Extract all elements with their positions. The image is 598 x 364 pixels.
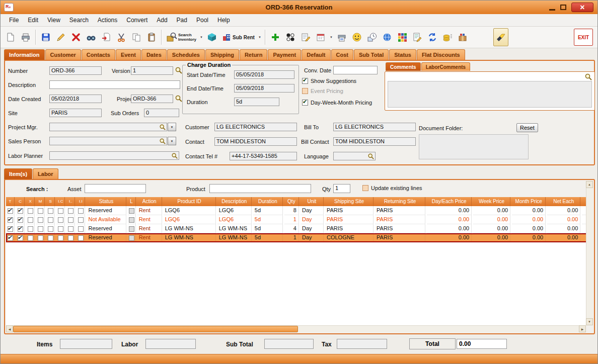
tab-return[interactable]: Return	[240, 49, 267, 60]
title-bar[interactable]: ORD-366 Reservation	[1, 1, 597, 14]
scroll-up-button[interactable]	[586, 181, 593, 188]
customer-service-button[interactable]	[349, 28, 364, 46]
m-checkbox-cell[interactable]	[36, 215, 45, 224]
save-button[interactable]	[38, 28, 53, 46]
bill-to-field[interactable]: LG ELECTRONICS	[333, 123, 416, 131]
version-field[interactable]: 1	[131, 66, 173, 75]
comments-search-icon[interactable]	[584, 73, 592, 81]
project-mgr-search-icon[interactable]	[159, 124, 166, 131]
tab-labor-comments[interactable]: LaborComments	[421, 62, 470, 71]
menu-search[interactable]: Search	[65, 15, 93, 25]
menu-convert[interactable]: Convert	[122, 15, 152, 25]
ic-checkbox-cell[interactable]	[56, 224, 65, 233]
product-search-input[interactable]	[209, 184, 311, 193]
tab-flat-discounts[interactable]: Flat Discounts	[417, 49, 465, 60]
bill-contact-field[interactable]: TOM HIDDLESTON	[333, 137, 416, 146]
column-header-qty[interactable]: Qty	[284, 197, 299, 206]
ii-checkbox-cell[interactable]	[77, 206, 85, 215]
tab-information[interactable]: Information	[4, 49, 45, 60]
horizontal-scrollbar[interactable]	[6, 325, 586, 332]
x-checkbox-cell[interactable]	[26, 224, 35, 233]
convert-button[interactable]	[99, 28, 114, 46]
table-row-selected[interactable]: Reserved Rent LG WM-NS LG WM-NS 5d 1 Day…	[6, 233, 586, 242]
column-header-shipping-site[interactable]: Shipping Site	[325, 197, 373, 206]
column-header-description[interactable]: Description	[217, 197, 252, 206]
vertical-scrollbar[interactable]	[586, 181, 593, 325]
column-header-status[interactable]: Status	[87, 197, 126, 206]
exit-button[interactable]: EXIT	[574, 29, 593, 46]
rates-button[interactable]	[440, 28, 455, 46]
event-pricing-checkbox[interactable]: Event Pricing	[302, 88, 343, 94]
print-list-button[interactable]	[334, 28, 349, 46]
tab-sub-total[interactable]: Sub Total	[354, 49, 389, 60]
column-header[interactable]: I.I	[77, 197, 85, 206]
language-field[interactable]	[333, 152, 376, 160]
i2-checkbox-cell[interactable]	[66, 233, 75, 242]
project-field[interactable]: ORD-366	[131, 95, 173, 103]
sales-person-search-icon[interactable]	[159, 138, 166, 145]
scroll-left-button[interactable]	[6, 325, 13, 332]
column-header[interactable]: C	[16, 197, 25, 206]
products-cube-button[interactable]	[204, 28, 219, 46]
minimize-button[interactable]	[549, 9, 555, 11]
l-checkbox-cell[interactable]	[128, 233, 136, 242]
reset-button[interactable]: Reset	[516, 123, 538, 132]
scroll-down-button[interactable]	[586, 318, 593, 325]
x-checkbox-cell[interactable]	[26, 206, 35, 215]
day-week-month-checkbox[interactable]: Day-Week-Month Pricing	[302, 100, 372, 106]
conv-date-field[interactable]	[333, 66, 378, 74]
tab-cost[interactable]: Cost	[331, 49, 353, 60]
duration-field[interactable]: 5d	[234, 98, 279, 106]
description-field[interactable]	[49, 80, 180, 89]
availability-button[interactable]	[283, 28, 298, 46]
new-document-button[interactable]	[3, 28, 18, 46]
contact-field[interactable]: TOM HIDDLESTON	[214, 137, 297, 146]
ii-checkbox-cell[interactable]	[77, 215, 85, 224]
tab-customer[interactable]: Customer	[45, 49, 81, 60]
sync-button[interactable]	[425, 28, 440, 46]
menu-add[interactable]: Add	[152, 15, 172, 25]
table-row[interactable]: Reserved Rent LGQ6 LGQ6 5d 8 Day PARIS P…	[6, 206, 586, 215]
l-checkbox-cell[interactable]	[128, 224, 136, 233]
site-field[interactable]: PARIS	[49, 109, 102, 117]
sub-orders-field[interactable]: 0	[144, 109, 179, 117]
x-checkbox-cell[interactable]	[26, 233, 35, 242]
menu-pad[interactable]: Pad	[172, 15, 192, 25]
i2-checkbox-cell[interactable]	[66, 224, 75, 233]
end-date-field[interactable]: 05/09/2018	[234, 84, 294, 93]
sub-rent-button[interactable]: Sub Rent	[219, 28, 257, 46]
ic-checkbox-cell[interactable]	[56, 215, 65, 224]
update-existing-lines-checkbox[interactable]: Update existing lines	[362, 185, 422, 191]
tab-dates[interactable]: Dates	[141, 49, 167, 60]
tab-default[interactable]: Default	[302, 49, 330, 60]
menu-edit[interactable]: Edit	[23, 15, 43, 25]
version-search-icon[interactable]	[175, 66, 183, 74]
asset-search-input[interactable]	[85, 184, 146, 193]
close-button[interactable]	[571, 3, 593, 12]
t-checkbox-cell[interactable]	[6, 233, 15, 242]
column-header-duration[interactable]: Duration	[253, 197, 283, 206]
flashlight-button[interactable]	[493, 28, 508, 46]
menu-pool[interactable]: Pool	[192, 15, 213, 25]
shipment-button[interactable]	[455, 28, 470, 46]
c-checkbox-cell[interactable]	[16, 224, 25, 233]
globe-button[interactable]	[380, 28, 395, 46]
inventory-cubes-button[interactable]	[395, 28, 410, 46]
labor-planner-search-icon[interactable]	[171, 152, 178, 159]
tab-schedules[interactable]: Schedules	[167, 49, 205, 60]
menu-file[interactable]: File	[5, 15, 23, 25]
t-checkbox-cell[interactable]	[6, 206, 15, 215]
add-item-button[interactable]	[268, 28, 283, 46]
m-checkbox-cell[interactable]	[36, 233, 45, 242]
tab-shipping[interactable]: Shipping	[205, 49, 239, 60]
sub-rent-dropdown[interactable]	[257, 29, 263, 46]
delete-button[interactable]	[68, 28, 84, 46]
column-header-week-price[interactable]: Week Price	[473, 197, 510, 206]
project-search-icon[interactable]	[175, 95, 183, 103]
ic-checkbox-cell[interactable]	[56, 233, 65, 242]
s-checkbox-cell[interactable]	[46, 233, 55, 242]
column-header[interactable]: I..	[66, 197, 75, 206]
contact-tel-field[interactable]: +44-17-5349-1585	[230, 152, 297, 160]
column-header[interactable]: I.C	[56, 197, 65, 206]
show-suggestions-checkbox[interactable]: Show Suggestions	[302, 78, 356, 84]
